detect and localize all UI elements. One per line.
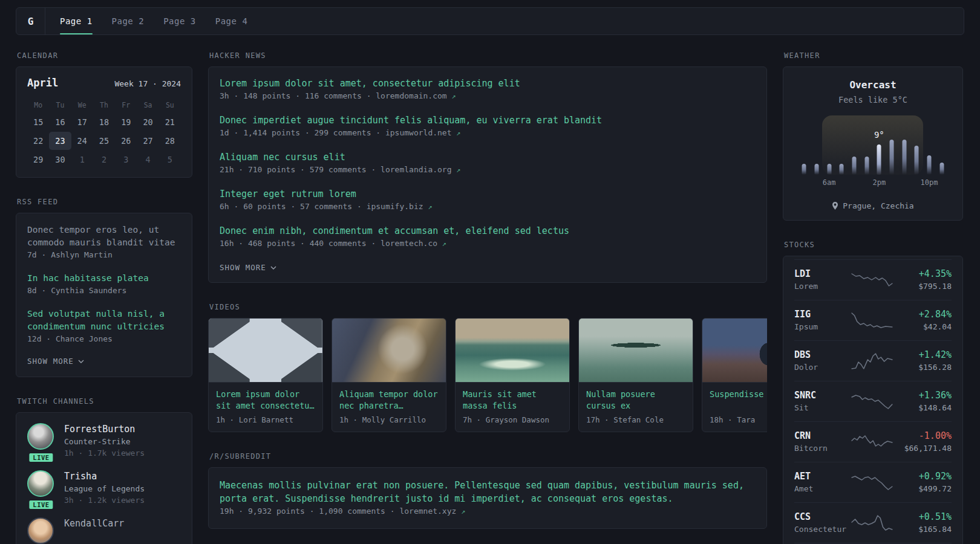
live-badge: LIVE	[28, 499, 54, 510]
weather-location: Prague, Czechia	[792, 201, 954, 210]
weather-bar-column	[910, 132, 923, 175]
chevron-down-icon	[78, 360, 84, 363]
hn-domain-link[interactable]: loremtech.co ↗	[381, 239, 446, 248]
hn-domain-link[interactable]: ipsumworld.net ↗	[385, 128, 461, 137]
hackernews-widget: HACKER NEWS Lorem ipsum dolor sit amet, …	[208, 51, 767, 283]
stock-name: Dolor	[794, 361, 851, 373]
rss-list: Donec tempor eros leo, ut commodo mauris…	[27, 224, 181, 345]
stock-values: +4.35% $795.18	[895, 268, 952, 292]
hn-story-title[interactable]: Donec imperdiet augue tincidunt felis al…	[220, 114, 756, 127]
twitch-channel-name[interactable]: KendallCarr	[64, 517, 124, 530]
hn-domain-link[interactable]: ipsumify.biz ↗	[367, 202, 433, 211]
weather-bar	[939, 163, 944, 175]
hn-story-title[interactable]: Integer eget rutrum lorem	[220, 187, 756, 201]
stock-row[interactable]: CRN Bitcorn -1.00% $66,171.48	[794, 421, 952, 462]
hn-story-title[interactable]: Donec enim nibh, condimentum et accumsan…	[220, 224, 756, 238]
weather-bar	[864, 157, 869, 175]
stock-row[interactable]: LDI Lorem +4.35% $795.18	[794, 259, 952, 300]
stock-change: +1.42%	[895, 349, 952, 361]
stock-values: -1.00% $66,171.48	[895, 430, 952, 454]
rss-section-label: RSS FEED	[17, 198, 192, 206]
video-title[interactable]: Nullam posuere cursus ex	[586, 389, 685, 412]
hn-domain: loremtech.co	[381, 239, 437, 248]
stock-row[interactable]: SNRC Sit +1.36% $148.64	[794, 381, 952, 421]
stock-price: $148.64	[895, 402, 952, 413]
external-link-icon: ↗	[442, 239, 446, 248]
reddit-meta-text: 19h · 9,932 points · 1,090 comments ·	[220, 507, 399, 516]
rss-item-title[interactable]: Donec tempor eros leo, ut commodo mauris…	[27, 224, 181, 249]
rss-item-title[interactable]: Sed volutpat nulla nisl, a condimentum n…	[27, 308, 181, 333]
twitch-channel-name[interactable]: Trisha	[64, 470, 145, 483]
video-card-body: Mauris sit amet massa felis 7h · Grayson…	[456, 383, 569, 432]
video-card[interactable]: Mauris sit amet massa felis 7h · Grayson…	[455, 318, 570, 432]
calendar-weekday: Sa	[137, 97, 158, 113]
video-thumbnail[interactable]	[209, 319, 322, 383]
stock-price: $165.84	[895, 523, 952, 535]
page-tab[interactable]: Page 1	[60, 8, 93, 34]
weather-condition: Overcast	[792, 79, 954, 91]
video-thumbnail[interactable]	[332, 319, 446, 383]
calendar-section-label: CALENDAR	[17, 51, 192, 60]
stock-id: IIG Ipsum	[794, 308, 851, 332]
weather-bar	[927, 155, 932, 175]
stock-row[interactable]: CCS Consectetur +0.51% $165.84	[794, 502, 952, 543]
video-card[interactable]: Nullam posuere cursus ex 17h · Stefan Co…	[578, 318, 693, 432]
weather-bar	[877, 144, 881, 175]
weather-bar-column	[935, 132, 948, 175]
stock-change: +4.35%	[895, 268, 952, 280]
weather-bar	[815, 164, 819, 175]
rss-item-meta: 12d · Chance Jones	[27, 333, 181, 345]
subreddit-card: Maecenas mollis pulvinar erat non posuer…	[208, 467, 767, 529]
stock-price: $156.28	[895, 361, 952, 373]
video-title[interactable]: Lorem ipsum dolor sit amet consectetu…	[216, 389, 315, 412]
video-thumbnail[interactable]	[456, 319, 569, 383]
video-title[interactable]: Aliquam tempor dolor nec pharetra…	[339, 389, 439, 412]
hn-domain-link[interactable]: loremdomain.com ↗	[376, 91, 456, 100]
stock-values: +1.42% $156.28	[895, 349, 952, 373]
hackernews-section-label: HACKER NEWS	[209, 51, 767, 60]
hn-domain-link[interactable]: loremlandia.org ↗	[381, 165, 460, 174]
external-link-icon: ↗	[461, 507, 465, 516]
stock-row[interactable]: AET Amet +0.92% $499.72	[794, 462, 952, 502]
stock-price: $499.72	[895, 483, 952, 494]
weather-time-label: 6am	[823, 178, 836, 187]
twitch-channel-row[interactable]: KendallCarr	[27, 517, 181, 544]
reddit-post-title[interactable]: Maecenas mollis pulvinar erat non posuer…	[220, 479, 756, 505]
app-logo[interactable]: G	[16, 8, 45, 34]
stock-row[interactable]: DBS Dolor +1.42% $156.28	[794, 340, 952, 381]
page-tab[interactable]: Page 3	[163, 8, 196, 34]
hn-story-title[interactable]: Aliquam nec cursus elit	[220, 151, 756, 164]
video-thumbnail[interactable]	[702, 319, 767, 383]
hn-story-meta: 6h · 60 points · 57 comments · ipsumify.…	[220, 201, 756, 213]
hn-story-title[interactable]: Lorem ipsum dolor sit amet, consectetur …	[220, 77, 756, 90]
page-tab[interactable]: Page 4	[215, 8, 248, 34]
video-thumbnail[interactable]	[579, 319, 693, 383]
rss-item-title[interactable]: In hac habitasse platea	[27, 272, 181, 285]
page-tab[interactable]: Page 2	[112, 8, 145, 34]
stock-sparkline	[851, 433, 893, 451]
hn-show-more-button[interactable]: SHOW MORE	[220, 263, 276, 272]
twitch-channel-row[interactable]: LIVE Trisha League of Legends 3h · 1.2k …	[27, 470, 181, 506]
rss-item: Donec tempor eros leo, ut commodo mauris…	[27, 224, 181, 261]
video-title[interactable]: Suspendisse diam	[710, 389, 767, 412]
stock-row[interactable]: IIG Ipsum +2.84% $42.04	[794, 300, 952, 340]
weather-feels-like: Feels like 5°C	[792, 95, 954, 105]
rss-item-meta: 8d · Cynthia Saunders	[27, 285, 181, 297]
external-link-icon: ↗	[456, 166, 460, 174]
live-badge: LIVE	[28, 452, 54, 463]
weather-hourly-chart: 6am	[798, 132, 948, 175]
stock-price: $42.04	[895, 321, 952, 332]
twitch-channel-name[interactable]: ForrestBurton	[64, 423, 145, 436]
rss-show-more-button[interactable]: SHOW MORE	[27, 357, 84, 366]
video-title[interactable]: Mauris sit amet massa felis	[463, 389, 562, 412]
video-card[interactable]: Aliquam tempor dolor nec pharetra… 1h · …	[332, 318, 446, 432]
hn-story: Donec enim nibh, condimentum et accumsan…	[220, 224, 756, 250]
video-card[interactable]: Suspendisse diam 18h · Tara	[702, 318, 767, 432]
reddit-domain-link[interactable]: loremnet.xyz ↗	[399, 507, 465, 516]
video-card[interactable]: Lorem ipsum dolor sit amet consectetu… 1…	[208, 318, 323, 432]
weather-bar-column	[798, 132, 811, 175]
calendar-weekday: Mo	[27, 97, 49, 113]
twitch-channel-row[interactable]: LIVE ForrestBurton Counter-Strike 1h · 1…	[27, 423, 181, 459]
calendar-day: 30	[49, 151, 71, 169]
calendar-day: 15	[27, 113, 49, 131]
